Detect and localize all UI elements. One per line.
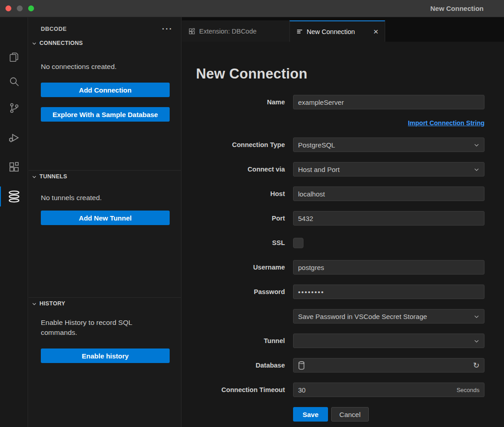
chevron-down-icon	[474, 338, 480, 344]
section-tunnels-header[interactable]: TUNNELS	[32, 173, 67, 180]
chevron-down-icon	[32, 174, 37, 179]
ssl-checkbox[interactable]	[293, 238, 303, 248]
database-icon	[7, 190, 21, 203]
section-divider	[29, 297, 181, 298]
connection-timeout-input[interactable]: 30 Seconds	[293, 383, 484, 397]
connect-via-row: Connect via Host and Port	[196, 162, 484, 177]
sidebar-title: DBCODE	[41, 26, 67, 32]
port-row: Port	[196, 211, 484, 226]
port-label: Port	[196, 215, 285, 222]
host-input[interactable]	[293, 187, 484, 201]
activity-search[interactable]	[0, 71, 28, 93]
database-label: Database	[196, 362, 285, 369]
form-actions: Save Cancel	[293, 407, 484, 422]
password-input[interactable]	[293, 285, 484, 299]
extensions-icon	[188, 28, 196, 35]
host-label: Host	[196, 190, 285, 197]
tab-bar: Extension: DBCode New Connection ×	[182, 17, 504, 42]
window-title: New Connection	[430, 0, 484, 17]
password-storage-row: Save Password in VSCode Secret Storage	[196, 309, 484, 324]
database-cylinder-icon	[298, 361, 305, 370]
vscode-window: New Connection	[0, 0, 504, 427]
connections-empty-text: No connections created.	[41, 62, 154, 72]
database-picker[interactable]: ↻	[293, 358, 484, 373]
name-input[interactable]	[293, 95, 484, 109]
activity-run-debug[interactable]	[0, 127, 28, 148]
username-input[interactable]	[293, 260, 484, 275]
connection-type-row: Connection Type PostgreSQL	[196, 137, 484, 152]
connect-via-label: Connect via	[196, 166, 285, 173]
import-link-row: Import Connection String	[196, 119, 484, 127]
connection-type-label: Connection Type	[196, 141, 285, 148]
section-divider	[29, 170, 181, 171]
tab-extension-dbcode[interactable]: Extension: DBCode	[182, 20, 289, 42]
sidebar-dbcode: DBCODE ··· CONNECTIONS No connections cr…	[29, 17, 181, 427]
chevron-down-icon	[32, 41, 37, 46]
port-input[interactable]	[293, 211, 484, 226]
ssl-row: SSL	[196, 236, 484, 250]
password-row: Password	[196, 285, 484, 299]
refresh-icon[interactable]: ↻	[473, 362, 480, 369]
section-history-header[interactable]: HISTORY	[32, 300, 65, 307]
window-controls	[5, 5, 34, 11]
add-new-tunnel-button[interactable]: Add New Tunnel	[41, 211, 170, 225]
connection-type-select[interactable]: PostgreSQL	[293, 137, 484, 152]
connect-via-select[interactable]: Host and Port	[293, 162, 484, 177]
explorer-icon	[8, 51, 20, 63]
section-connections-header[interactable]: CONNECTIONS	[32, 40, 83, 46]
activity-extensions[interactable]	[0, 156, 28, 178]
name-row: Name	[196, 95, 484, 109]
extensions-icon	[8, 161, 20, 173]
source-control-icon	[8, 102, 20, 114]
name-label: Name	[196, 98, 285, 106]
activity-explorer[interactable]	[0, 46, 28, 68]
minimize-window-button[interactable]	[17, 5, 23, 11]
tunnel-select[interactable]	[293, 334, 484, 348]
close-tab-icon[interactable]: ×	[373, 27, 378, 36]
add-connection-button[interactable]: Add Connection	[41, 83, 170, 97]
editor-area: Extension: DBCode New Connection × New C…	[182, 17, 504, 427]
tab-new-connection[interactable]: New Connection ×	[289, 20, 385, 42]
form-list-icon	[296, 28, 303, 35]
page-title: New Connection	[196, 66, 484, 82]
chevron-down-icon	[32, 301, 37, 306]
run-debug-icon	[8, 132, 20, 144]
connection-timeout-label: Connection Timeout	[196, 386, 285, 393]
more-actions-icon[interactable]: ···	[162, 27, 173, 31]
tunnel-label: Tunnel	[196, 337, 285, 344]
tunnels-empty-text: No tunnels created.	[41, 193, 154, 203]
tunnel-row: Tunnel	[196, 334, 484, 348]
history-empty-text: Enable History to record SQL commands.	[41, 318, 154, 338]
tab-label: New Connection	[307, 28, 355, 35]
titlebar: New Connection	[0, 0, 504, 17]
connection-timeout-row: Connection Timeout 30 Seconds	[196, 383, 484, 397]
seconds-suffix: Seconds	[456, 387, 480, 393]
close-window-button[interactable]	[5, 5, 11, 11]
activity-source-control[interactable]	[0, 97, 28, 119]
username-row: Username	[196, 260, 484, 275]
database-row: Database ↻	[196, 358, 484, 373]
save-button[interactable]: Save	[293, 407, 328, 422]
password-storage-select[interactable]: Save Password in VSCode Secret Storage	[293, 309, 484, 324]
chevron-down-icon	[474, 314, 480, 319]
host-row: Host	[196, 187, 484, 201]
maximize-window-button[interactable]	[28, 5, 34, 11]
chevron-down-icon	[474, 167, 480, 172]
activity-dbcode[interactable]	[0, 186, 28, 207]
new-connection-form: New Connection Name Import Connection St…	[182, 42, 504, 427]
ssl-label: SSL	[196, 239, 285, 246]
chevron-down-icon	[474, 142, 480, 148]
tab-label: Extension: DBCode	[199, 28, 257, 35]
cancel-button[interactable]: Cancel	[331, 407, 369, 422]
activity-bar	[0, 17, 28, 427]
password-label: Password	[196, 288, 285, 295]
explore-sample-database-button[interactable]: Explore With a Sample Database	[41, 107, 170, 122]
search-icon	[8, 76, 20, 88]
username-label: Username	[196, 264, 285, 271]
import-connection-string-link[interactable]: Import Connection String	[408, 119, 484, 127]
enable-history-button[interactable]: Enable history	[41, 348, 170, 363]
